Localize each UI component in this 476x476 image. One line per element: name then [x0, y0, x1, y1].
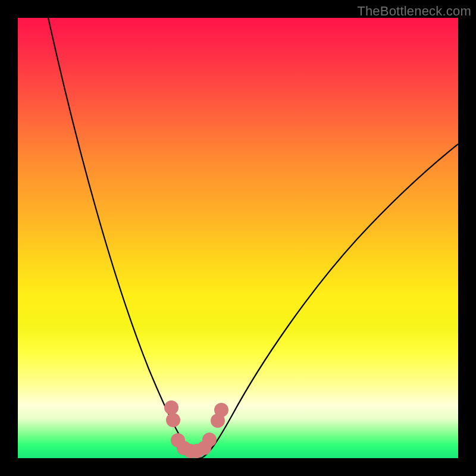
marker-dot — [202, 433, 217, 447]
marker-dot — [166, 413, 180, 427]
marker-cluster — [164, 400, 228, 458]
left-curve — [48, 18, 201, 458]
marker-dot — [164, 400, 178, 415]
chart-stage: TheBottleneck.com — [0, 0, 476, 476]
watermark-text: TheBottleneck.com — [357, 4, 471, 19]
curve-layer — [18, 18, 458, 458]
plot-area — [18, 18, 458, 458]
marker-dot — [214, 403, 228, 417]
right-curve — [201, 144, 458, 458]
